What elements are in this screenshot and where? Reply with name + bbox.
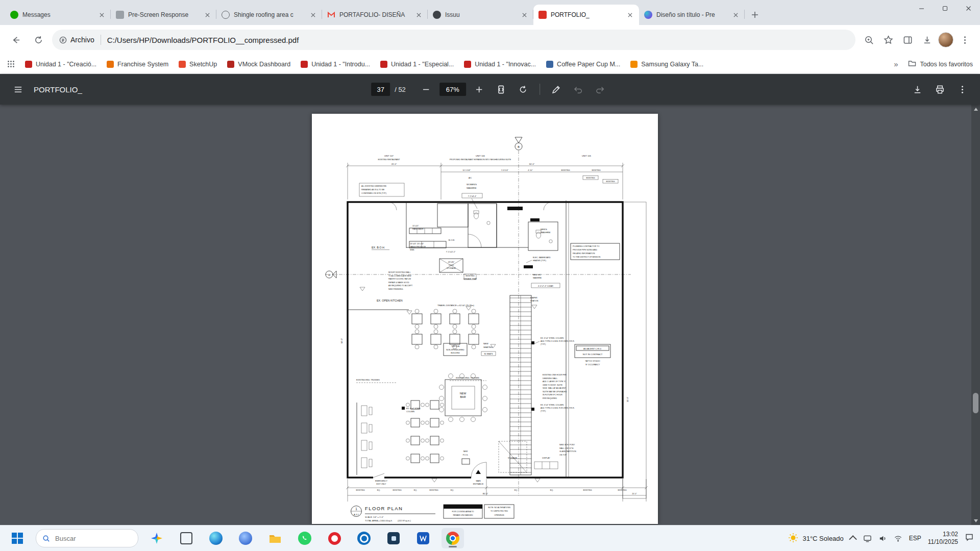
bookmark-item[interactable]: VMock Dashboard [227, 61, 290, 68]
tab-gmail[interactable]: PORTAFOLIO- DISEÑA [322, 5, 428, 25]
app-navy-icon[interactable] [382, 528, 405, 548]
tab-messages[interactable]: Messages [5, 5, 111, 25]
outlook-icon[interactable] [353, 528, 375, 548]
start-button[interactable] [6, 528, 29, 548]
bookmark-item[interactable]: Unidad 1 - "Creació... [25, 61, 96, 68]
print-icon[interactable] [931, 81, 948, 98]
search-input[interactable] [54, 534, 112, 543]
svg-text:B: B [518, 145, 520, 148]
tab-canva[interactable]: Diseño sin título - Pre [639, 5, 745, 25]
redo-button[interactable] [592, 81, 609, 98]
browser-menu-icon[interactable] [957, 32, 973, 48]
pdf-content-area[interactable]: B A UNIT 107 EXISTING RESTAURANT UNIT 10… [0, 105, 980, 525]
annotate-pen-icon[interactable] [548, 81, 565, 98]
tab-close-icon[interactable] [626, 11, 634, 19]
edge-icon[interactable] [205, 528, 227, 548]
rotate-button[interactable] [514, 81, 532, 98]
svg-text:NEW: NEW [463, 450, 468, 453]
tab-close-icon[interactable] [520, 11, 528, 19]
svg-text:EMERGENCY: EMERGENCY [375, 480, 387, 482]
svg-text:PLUMBING CONTRACTOR TO: PLUMBING CONTRACTOR TO [573, 245, 599, 247]
bookmark-item[interactable]: Coffee Paper Cup M... [546, 61, 620, 68]
svg-text:UNIT 105: UNIT 105 [582, 155, 592, 157]
zoom-indicator-icon[interactable] [861, 32, 877, 48]
back-button[interactable] [7, 31, 24, 48]
display-icon[interactable] [863, 534, 872, 543]
svg-text:GREASE TRAP: GREASE TRAP [463, 278, 477, 280]
tab-shingle[interactable]: Shingle roofing area c [216, 5, 322, 25]
svg-text:TATTOO STUDIO: TATTOO STUDIO [585, 360, 600, 362]
tab-close-icon[interactable] [97, 11, 106, 19]
tab-close-icon[interactable] [731, 11, 740, 19]
tab-label: PORTAFOLIO- DISEÑA [339, 11, 410, 18]
opera-icon[interactable] [323, 528, 346, 548]
profile-avatar[interactable] [938, 32, 953, 47]
undo-button[interactable] [570, 81, 587, 98]
notification-center-icon[interactable] [965, 533, 974, 544]
all-bookmarks-button[interactable]: Todos los favoritos [908, 59, 973, 69]
teams-icon[interactable] [234, 528, 257, 548]
bookmark-star-icon[interactable] [880, 32, 896, 48]
svg-text:EXISTING ENG. TRUSSES: EXISTING ENG. TRUSSES [456, 377, 479, 379]
svg-text:NEW 36"H. PONY: NEW 36"H. PONY [559, 444, 575, 446]
bookmark-item[interactable]: Unidad 1 - "Introdu... [301, 61, 370, 68]
word-icon[interactable] [412, 528, 434, 548]
zoom-out-button[interactable] [418, 81, 435, 98]
task-view-icon[interactable] [175, 528, 198, 548]
clock[interactable]: 13:02 11/10/2025 [928, 531, 958, 546]
pdf-download-icon[interactable] [909, 81, 926, 98]
svg-text:ENTRANCE: ENTRANCE [473, 483, 484, 485]
bottom-dimensions: EMERGENCY EXIT ONLY MAIN ENTRANCE EXISTI… [346, 462, 648, 502]
fit-page-button[interactable] [493, 81, 510, 98]
zoom-level[interactable]: 67% [439, 83, 466, 96]
svg-text:TABLE PRODUCE: TABLE PRODUCE [410, 246, 426, 248]
tab-close-icon[interactable] [414, 11, 423, 19]
pdf-scrollbar[interactable] [971, 105, 980, 525]
scroll-down-arrow[interactable] [971, 516, 980, 525]
bookmarks-overflow-chevron[interactable]: » [894, 60, 898, 68]
time-label: 13:02 [943, 531, 958, 538]
new-tab-button[interactable] [748, 8, 762, 22]
volume-icon[interactable] [878, 534, 887, 543]
downloads-icon[interactable] [919, 32, 935, 48]
side-panel-icon[interactable] [899, 32, 916, 48]
bookmark-item[interactable]: Unidad 1 - "Innovac... [464, 61, 536, 68]
whatsapp-icon[interactable] [293, 528, 316, 548]
tab-portfolio-active[interactable]: PORTFOLIO_ [533, 5, 639, 25]
apps-grid-icon[interactable] [7, 60, 15, 68]
minimize-button[interactable] [910, 0, 933, 16]
bookmark-item[interactable]: Franchise System [107, 61, 168, 68]
taskbar-search[interactable] [36, 529, 138, 547]
weather-widget[interactable]: 31°C Soleado [788, 533, 843, 544]
bookmark-item[interactable]: Samsung Galaxy Ta... [630, 61, 703, 68]
tab-close-icon[interactable] [203, 11, 211, 19]
pdf-more-menu-icon[interactable] [953, 81, 971, 98]
title-block: 1 A-3.1 FLOOR PLAN SCALE: 1/4" = 1'-0" T… [351, 506, 436, 522]
tab-prescreen[interactable]: Pre-Screen Response [111, 5, 216, 25]
file-chip[interactable]: Archivo [59, 36, 94, 44]
pdf-menu-icon[interactable] [9, 81, 27, 98]
tray-expand-chevron[interactable] [849, 535, 857, 543]
reload-button[interactable] [30, 31, 47, 48]
network-icon[interactable] [894, 534, 902, 543]
scrollbar-thumb[interactable] [973, 393, 978, 413]
scroll-up-arrow[interactable] [971, 105, 980, 113]
language-indicator[interactable]: ESP [909, 535, 921, 542]
svg-text:20'-0": 20'-0" [391, 163, 397, 165]
bookmark-item[interactable]: SketchUp [179, 61, 217, 68]
svg-text:AS REQUIRED TO ACCEPT: AS REQUIRED TO ACCEPT [388, 285, 413, 287]
file-explorer-icon[interactable] [264, 528, 286, 548]
svg-text:IN FUTURE IF 2 HOUR: IN FUTURE IF 2 HOUR [543, 394, 562, 396]
bookmark-item[interactable]: Unidad 1 - "Especial... [380, 61, 454, 68]
page-number-input[interactable]: 37 [371, 83, 390, 96]
copilot-icon[interactable] [145, 528, 168, 548]
tab-issuu[interactable]: Issuu [428, 5, 533, 25]
zoom-in-button[interactable] [471, 81, 488, 98]
tab-close-icon[interactable] [309, 11, 317, 19]
maximize-button[interactable] [933, 0, 957, 16]
svg-text:NEW: NEW [483, 342, 488, 345]
close-button[interactable] [957, 0, 980, 16]
chrome-taskbar-icon[interactable] [442, 528, 464, 548]
note-boxes: NOTE: WOOD & DUCTING FOR COOKING AREA TO… [444, 505, 514, 518]
address-bar[interactable]: Archivo C:/Users/HP/Downloads/PORTFOLIO_… [52, 30, 855, 50]
